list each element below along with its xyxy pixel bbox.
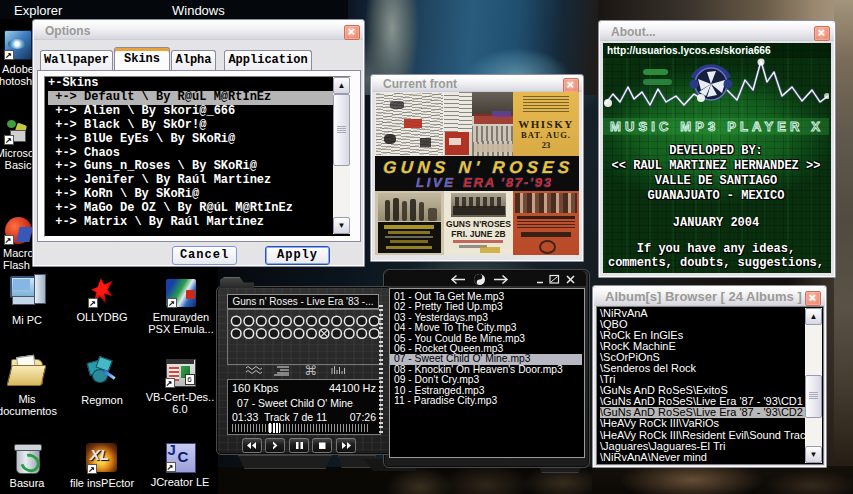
svg-text:⌘: ⌘	[304, 364, 317, 377]
svg-text:LIVE: LIVE	[416, 175, 453, 190]
svg-text:MUSIC MP3 PLAYER X: MUSIC MP3 PLAYER X	[610, 119, 822, 134]
svg-text:ERA '87-'93: ERA '87-'93	[463, 175, 552, 190]
